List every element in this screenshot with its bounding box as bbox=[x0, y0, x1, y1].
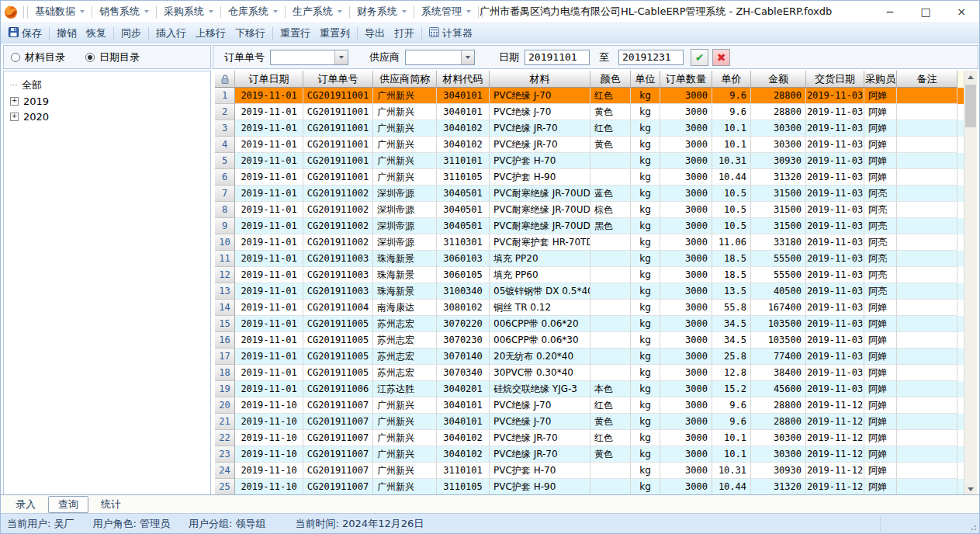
menu-item-1[interactable]: 基础数据 bbox=[29, 1, 90, 23]
cell-material-code[interactable]: 3040101 bbox=[437, 88, 490, 104]
cell-material[interactable]: PVC耐寒绝缘 JR-70UD bbox=[490, 186, 590, 202]
cell-unit-price[interactable]: 10.44 bbox=[712, 479, 751, 495]
cell-purchaser[interactable]: 阿亮 bbox=[864, 202, 897, 218]
cell-unit-price[interactable]: 55.8 bbox=[712, 300, 751, 316]
cell-material-code[interactable]: 3040201 bbox=[437, 381, 490, 397]
cell-unit-price[interactable]: 25.8 bbox=[712, 348, 751, 365]
cell-material-code[interactable]: 3040501 bbox=[437, 218, 490, 234]
cell-order-date[interactable]: 2019-11-01 bbox=[235, 169, 303, 186]
table-row[interactable]: 42019-11-01CG201911001广州新兴3040102PVC绝缘 J… bbox=[215, 137, 977, 153]
cell-order-no[interactable]: CG201911005 bbox=[303, 332, 373, 348]
cell-amount[interactable]: 38400 bbox=[751, 365, 806, 381]
cell-order-date[interactable]: 2019-11-01 bbox=[235, 283, 303, 300]
resize-grip[interactable] bbox=[968, 522, 977, 531]
cell-unit[interactable]: kg bbox=[631, 202, 660, 218]
tree-item-2019[interactable]: +2019 bbox=[9, 93, 210, 109]
cell-amount[interactable]: 28800 bbox=[751, 104, 806, 120]
cell-amount[interactable]: 31320 bbox=[751, 479, 806, 495]
cell-unit-price[interactable]: 10.1 bbox=[712, 137, 751, 153]
cell-unit[interactable]: kg bbox=[631, 300, 660, 316]
cell-material[interactable]: 填充 PP60 bbox=[490, 267, 590, 283]
cell-supplier[interactable]: 广州新兴 bbox=[373, 430, 437, 446]
cell-supplier[interactable]: 苏州志宏 bbox=[373, 365, 437, 381]
row-number-cell[interactable]: 13 bbox=[215, 283, 235, 300]
row-number-cell[interactable]: 14 bbox=[215, 300, 235, 316]
cell-delivery-date[interactable]: 2019-11-03 bbox=[806, 169, 864, 186]
row-number-cell[interactable]: 8 bbox=[215, 202, 235, 218]
column-header-order-no[interactable]: 订单单号 bbox=[303, 71, 373, 88]
cell-material-code[interactable]: 3040501 bbox=[437, 202, 490, 218]
cell-color[interactable]: 黄色 bbox=[590, 104, 631, 120]
cell-color[interactable]: 红色 bbox=[590, 88, 631, 104]
cell-color[interactable] bbox=[590, 153, 631, 169]
cell-supplier[interactable]: 广州新兴 bbox=[373, 397, 437, 414]
cell-material-code[interactable]: 3110301 bbox=[437, 234, 490, 251]
cell-color[interactable]: 蓝色 bbox=[590, 186, 631, 202]
row-number-cell[interactable]: 15 bbox=[215, 316, 235, 332]
cell-delivery-date[interactable]: 2019-11-03 bbox=[806, 120, 864, 137]
cell-delivery-date[interactable]: 2019-11-03 bbox=[806, 153, 864, 169]
radio-date-catalog[interactable]: 日期目录 bbox=[85, 50, 140, 64]
cell-supplier[interactable]: 广州新兴 bbox=[373, 479, 437, 495]
cell-amount[interactable]: 55500 bbox=[751, 267, 806, 283]
cell-order-no[interactable]: CG201911001 bbox=[303, 120, 373, 137]
column-header-purchaser[interactable]: 采购员 bbox=[864, 71, 897, 88]
cell-amount[interactable]: 103500 bbox=[751, 316, 806, 332]
row-number-cell[interactable]: 11 bbox=[215, 251, 235, 267]
cell-purchaser[interactable]: 阿婵 bbox=[864, 381, 897, 397]
cell-color[interactable] bbox=[590, 316, 631, 332]
expand-plus-icon[interactable]: + bbox=[10, 113, 19, 121]
cell-order-no[interactable]: CG201911001 bbox=[303, 88, 373, 104]
cell-order-date[interactable]: 2019-11-01 bbox=[235, 234, 303, 251]
toolbar-button-恢复[interactable]: 恢复 bbox=[81, 25, 111, 42]
cell-delivery-date[interactable]: 2019-11-03 bbox=[806, 381, 864, 397]
cell-amount[interactable]: 28800 bbox=[751, 414, 806, 430]
table-row[interactable]: 172019-11-01CG201911005苏州志宏307014020无纺布 … bbox=[215, 348, 977, 365]
cell-amount[interactable]: 30930 bbox=[751, 153, 806, 169]
cell-quantity[interactable]: 3000 bbox=[660, 251, 712, 267]
row-number-cell[interactable]: 20 bbox=[215, 397, 235, 414]
cell-material[interactable]: PVC绝缘 JR-70 bbox=[490, 446, 590, 463]
row-number-cell[interactable]: 7 bbox=[215, 186, 235, 202]
cell-amount[interactable]: 28800 bbox=[751, 88, 806, 104]
cell-quantity[interactable]: 3000 bbox=[660, 283, 712, 300]
cell-unit-price[interactable]: 10.5 bbox=[712, 218, 751, 234]
cell-quantity[interactable]: 3000 bbox=[660, 479, 712, 495]
cell-quantity[interactable]: 3000 bbox=[660, 463, 712, 479]
cell-material-code[interactable]: 3070140 bbox=[437, 348, 490, 365]
cell-supplier[interactable]: 广州新兴 bbox=[373, 137, 437, 153]
cell-order-date[interactable]: 2019-11-01 bbox=[235, 186, 303, 202]
menu-item-4[interactable]: 仓库系统 bbox=[223, 1, 283, 23]
cell-material[interactable]: 填充 PP20 bbox=[490, 251, 590, 267]
table-row[interactable]: 12019-11-01CG201911001广州新兴3040101PVC绝缘 J… bbox=[215, 88, 977, 104]
cell-order-no[interactable]: CG201911007 bbox=[303, 397, 373, 414]
table-row[interactable]: 232019-11-10CG201911007广州新兴3040102PVC绝缘 … bbox=[215, 446, 977, 463]
cell-supplier[interactable]: 珠海新景 bbox=[373, 251, 437, 267]
cell-order-no[interactable]: CG201911004 bbox=[303, 300, 373, 316]
cell-order-date[interactable]: 2019-11-01 bbox=[235, 120, 303, 137]
row-number-cell[interactable]: 3 bbox=[215, 120, 235, 137]
cell-color[interactable] bbox=[590, 234, 631, 251]
cell-unit[interactable]: kg bbox=[631, 104, 660, 120]
cell-material[interactable]: 05镀锌钢带 DX 0.5*40 bbox=[490, 283, 590, 300]
cell-purchaser[interactable]: 阿婵 bbox=[864, 479, 897, 495]
cell-quantity[interactable]: 3000 bbox=[660, 316, 712, 332]
cell-order-no[interactable]: CG201911007 bbox=[303, 446, 373, 463]
column-header-color[interactable]: 颜色 bbox=[590, 71, 631, 88]
cell-color[interactable] bbox=[590, 479, 631, 495]
cell-material-code[interactable]: 3110105 bbox=[437, 169, 490, 186]
cell-delivery-date[interactable]: 2019-11-12 bbox=[806, 463, 864, 479]
cell-order-date[interactable]: 2019-11-01 bbox=[235, 316, 303, 332]
row-number-cell[interactable]: 9 bbox=[215, 218, 235, 234]
cell-amount[interactable]: 30300 bbox=[751, 137, 806, 153]
cell-material-code[interactable]: 3040102 bbox=[437, 446, 490, 463]
row-number-cell[interactable]: 19 bbox=[215, 381, 235, 397]
table-row[interactable]: 112019-11-01CG201911003珠海新景3060103填充 PP2… bbox=[215, 251, 977, 267]
cell-amount[interactable]: 31500 bbox=[751, 218, 806, 234]
cell-color[interactable]: 黄色 bbox=[590, 137, 631, 153]
table-row[interactable]: 52019-11-01CG201911001广州新兴3110101PVC护套 H… bbox=[215, 153, 977, 169]
cell-delivery-date[interactable]: 2019-11-03 bbox=[806, 251, 864, 267]
cell-order-no[interactable]: CG201911007 bbox=[303, 430, 373, 446]
row-number-cell[interactable]: 24 bbox=[215, 463, 235, 479]
toolbar-button-保存[interactable]: 保存 bbox=[4, 25, 47, 42]
